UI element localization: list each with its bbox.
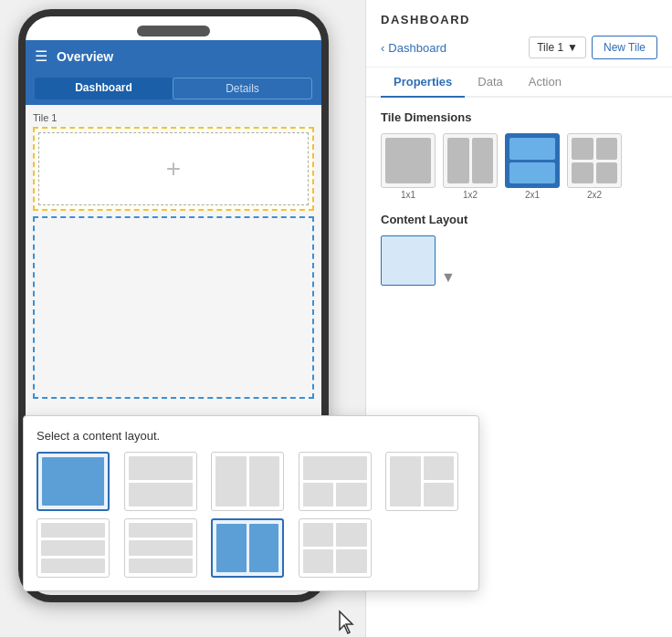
ly-block bbox=[424, 483, 455, 506]
ly-block bbox=[303, 456, 367, 480]
ly-block bbox=[336, 523, 367, 547]
new-tile-button[interactable]: New Tile bbox=[592, 36, 657, 59]
layout-item-three-rows[interactable] bbox=[37, 518, 110, 578]
panel-header: DASHBOARD ‹ Dashboard Tile 1 ▼ New Tile bbox=[366, 0, 672, 68]
ly-block bbox=[390, 456, 421, 506]
cursor bbox=[338, 610, 356, 635]
ly-block bbox=[41, 540, 105, 555]
ly-block bbox=[303, 523, 334, 547]
breadcrumb-label: Dashboard bbox=[388, 41, 446, 55]
phone-empty-area bbox=[33, 216, 314, 399]
dimension-grid: 1x1 1x2 2x1 bbox=[381, 133, 657, 200]
ly-block bbox=[303, 483, 334, 506]
dim-block bbox=[509, 162, 555, 184]
dim-option-1x1[interactable] bbox=[381, 133, 436, 188]
dim-option-1x2[interactable] bbox=[443, 133, 498, 188]
dim-label-2x2: 2x2 bbox=[567, 190, 622, 200]
ly-right-col bbox=[424, 456, 455, 506]
layout-item-full[interactable] bbox=[37, 452, 110, 511]
tab-action[interactable]: Action bbox=[516, 68, 574, 98]
tile-dropdown-value: Tile 1 bbox=[537, 41, 563, 54]
ly-block bbox=[129, 559, 193, 573]
dim-block bbox=[447, 138, 469, 183]
ly-block bbox=[42, 457, 104, 506]
ly-block bbox=[216, 524, 247, 572]
layout-item-two-cols[interactable] bbox=[211, 452, 284, 511]
phone-tabs: Dashboard Details bbox=[26, 72, 321, 105]
panel-title: DASHBOARD bbox=[381, 13, 657, 26]
panel-body: Tile Dimensions 1x1 1x2 bbox=[366, 98, 672, 298]
phone-screen-title: Overview bbox=[57, 49, 113, 64]
layout-preview-box bbox=[381, 235, 436, 286]
layout-item-right-split[interactable] bbox=[385, 452, 458, 511]
dim-option-2x1[interactable] bbox=[505, 133, 560, 188]
tab-data[interactable]: Data bbox=[465, 68, 515, 98]
ly-block bbox=[249, 524, 279, 572]
ly-block bbox=[336, 483, 367, 506]
dim-block bbox=[472, 138, 494, 183]
layout-item-quad[interactable] bbox=[299, 518, 372, 578]
layout-popup: Select a content layout. bbox=[23, 415, 479, 591]
layout-grid bbox=[37, 452, 466, 578]
dim-block bbox=[596, 162, 618, 184]
tile-dimensions-label: Tile Dimensions bbox=[381, 110, 657, 124]
svg-marker-0 bbox=[340, 611, 352, 633]
add-content-icon[interactable]: + bbox=[166, 154, 181, 183]
content-layout-label: Content Layout bbox=[381, 213, 657, 226]
tile-select-row: Tile 1 ▼ New Tile bbox=[529, 36, 657, 59]
layout-item-top-split[interactable] bbox=[299, 452, 372, 511]
dim-block bbox=[596, 138, 618, 160]
hamburger-icon[interactable]: ☰ bbox=[35, 47, 47, 65]
dim-block bbox=[572, 138, 593, 160]
layout-item-2col-selected[interactable] bbox=[211, 518, 284, 578]
breadcrumb-row: ‹ Dashboard Tile 1 ▼ New Tile bbox=[381, 36, 657, 59]
ly-block bbox=[129, 483, 193, 506]
ly-block bbox=[249, 456, 280, 506]
ly-block bbox=[41, 559, 105, 573]
content-layout-section: Content Layout ▼ bbox=[381, 213, 657, 286]
dim-option-2x2[interactable] bbox=[567, 133, 622, 188]
ly-block bbox=[129, 523, 193, 538]
ly-block bbox=[336, 549, 367, 573]
chevron-left-icon: ‹ bbox=[381, 41, 384, 55]
dim-block bbox=[385, 138, 431, 183]
phone-content: Tile 1 + bbox=[26, 105, 321, 406]
ly-block bbox=[129, 456, 193, 480]
dim-block bbox=[509, 138, 555, 160]
tile-box: + bbox=[33, 127, 314, 211]
phone-topbar: ☰ Overview bbox=[26, 40, 321, 72]
dim-block bbox=[572, 162, 593, 184]
popup-label: Select a content layout. bbox=[37, 429, 466, 443]
dropdown-arrow-icon: ▼ bbox=[567, 41, 578, 54]
ly-block bbox=[215, 456, 247, 506]
phone-tab-dashboard[interactable]: Dashboard bbox=[35, 78, 173, 99]
ly-row2 bbox=[303, 549, 367, 573]
dim-label-2x1: 2x1 bbox=[505, 190, 560, 200]
layout-item-three-rows-b[interactable] bbox=[124, 518, 197, 578]
tile-label: Tile 1 bbox=[33, 112, 314, 123]
ly-block bbox=[303, 549, 334, 573]
dim-label-1x1: 1x1 bbox=[381, 190, 436, 200]
ly-bot-row bbox=[303, 483, 367, 506]
phone-tab-details[interactable]: Details bbox=[173, 78, 312, 99]
tab-properties[interactable]: Properties bbox=[381, 68, 465, 98]
layout-preview-row: ▼ bbox=[381, 235, 657, 286]
breadcrumb-link[interactable]: ‹ Dashboard bbox=[381, 41, 446, 55]
ly-block bbox=[41, 523, 105, 538]
phone-speaker bbox=[137, 26, 210, 37]
layout-item-two-rows[interactable] bbox=[124, 452, 197, 511]
ly-row2 bbox=[303, 523, 367, 547]
ly-block bbox=[129, 540, 193, 555]
ly-block bbox=[424, 456, 455, 480]
dim-label-1x2: 1x2 bbox=[443, 190, 498, 200]
panel-tabs: Properties Data Action bbox=[366, 68, 672, 98]
layout-dropdown-arrow-icon[interactable]: ▼ bbox=[441, 269, 456, 286]
tile-dropdown[interactable]: Tile 1 ▼ bbox=[529, 37, 586, 58]
tile-inner: + bbox=[38, 132, 309, 205]
